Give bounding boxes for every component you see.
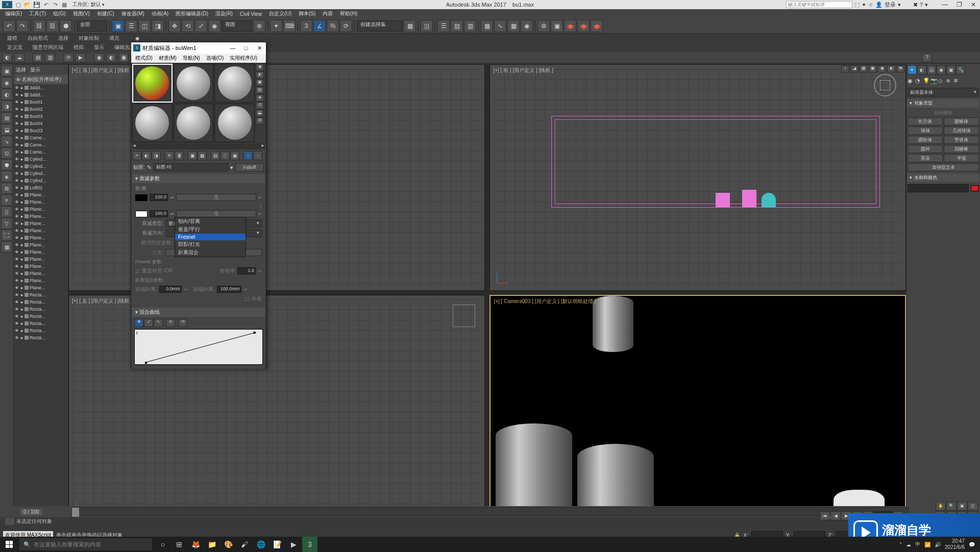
- help-chevron-icon[interactable]: ▾: [925, 2, 928, 8]
- se-icon-6[interactable]: ⬓: [1, 124, 12, 135]
- tree-item[interactable]: 👁▸Recta...: [14, 313, 68, 320]
- tree-item[interactable]: 👁▸Came...: [14, 148, 68, 156]
- falloff-color2-swatch[interactable]: [135, 211, 148, 217]
- mirror-button[interactable]: ▯|: [421, 20, 433, 32]
- modify-tab-icon[interactable]: ◐: [917, 65, 926, 74]
- spacewarps-icon[interactable]: ≋: [946, 78, 953, 85]
- window-close-button[interactable]: ✕: [969, 1, 978, 8]
- snap-button[interactable]: 3: [300, 20, 312, 32]
- ribbon-icon-9[interactable]: ▣: [118, 53, 129, 62]
- time-slider[interactable]: [72, 508, 79, 517]
- tree-item[interactable]: 👁▸Came...: [14, 141, 68, 148]
- se-icon-2[interactable]: ◉: [1, 77, 12, 88]
- taskbar-search[interactable]: 🔍 在这里输入你要搜索的内容: [19, 538, 152, 550]
- subtab-3[interactable]: 显示: [89, 43, 109, 52]
- select-object-button[interactable]: ▣: [112, 20, 124, 32]
- tree-item[interactable]: 👁▸Recta...: [14, 306, 68, 313]
- tree-item[interactable]: 👁▸Recta...: [14, 320, 68, 327]
- menu-help[interactable]: 帮助(H): [337, 9, 360, 18]
- mat-menu-options[interactable]: 选项(O): [204, 55, 226, 62]
- ribbon-icon-2[interactable]: ☁: [14, 53, 24, 62]
- subtab-1[interactable]: 随意空间区域: [28, 43, 68, 52]
- titlebar-icon-2[interactable]: ✦: [862, 2, 866, 8]
- tree-item[interactable]: 👁▸Plane...: [14, 191, 68, 198]
- tree-item[interactable]: 👁▸Plane...: [14, 284, 68, 291]
- tree-item[interactable]: 👁▸Cylind...: [14, 156, 68, 163]
- create-tab-icon[interactable]: ✦: [908, 65, 917, 74]
- se-icon-8[interactable]: ⊡: [1, 147, 12, 159]
- tree-item[interactable]: 👁▸Loft02: [14, 184, 68, 191]
- qat-redo-icon[interactable]: ↷: [51, 1, 59, 8]
- toggle-ribbon-button[interactable]: ▦: [481, 20, 493, 32]
- mat-tb-goto-parent[interactable]: ↑: [243, 151, 253, 160]
- name-color-header[interactable]: ▾名称和颜色: [908, 173, 979, 182]
- tree-item[interactable]: 👁▸Plane...: [14, 241, 68, 248]
- material-editor-button[interactable]: ◉: [521, 20, 533, 32]
- taskbar-clock[interactable]: 20:47 2021/6/6: [945, 538, 965, 550]
- tree-item[interactable]: 👁▸Box03: [14, 113, 68, 120]
- mat-tb-5[interactable]: 🗑: [175, 151, 184, 160]
- render-iter-button[interactable]: 🫖: [591, 20, 603, 32]
- geometry-icon[interactable]: ◉: [908, 78, 915, 85]
- window-maximize-button[interactable]: ❐: [954, 1, 964, 8]
- material-slot-4[interactable]: [132, 104, 173, 142]
- se-icon-1[interactable]: ▣: [1, 65, 12, 77]
- tree-item[interactable]: 👁▸Plane...: [14, 220, 68, 227]
- render-setup-button[interactable]: ⚙: [537, 20, 550, 32]
- menu-script[interactable]: 脚本(S): [296, 9, 318, 18]
- file-explorer-icon[interactable]: 📁: [204, 537, 219, 552]
- autogrid-checkbox[interactable]: 自动栅格: [908, 109, 979, 117]
- material-slot-scroll[interactable]: [132, 143, 265, 149]
- viewport-camera-label[interactable]: [+] [ Camera003 ] [用户定义 ] [默认明暗处理 ]: [494, 298, 596, 305]
- app-icon-2[interactable]: 🖌: [237, 537, 252, 552]
- ribbon-icon-4[interactable]: ▥: [45, 53, 55, 62]
- tab-rec-icon[interactable]: ⏺: [130, 35, 145, 42]
- ribbon-icon-1[interactable]: ◐: [2, 53, 12, 62]
- falloff-map1-check[interactable]: ✔: [258, 195, 262, 200]
- se-tab-display[interactable]: 显示: [30, 66, 40, 73]
- zoom-extents-icon[interactable]: ▣: [957, 501, 967, 511]
- ribbon-icon-7[interactable]: ◉: [94, 53, 104, 62]
- menu-rendering[interactable]: 渲染(R): [212, 9, 236, 18]
- subtab-2[interactable]: 模拟: [68, 43, 89, 52]
- menu-views[interactable]: 视图(V): [70, 9, 93, 18]
- menu-animation[interactable]: 动画(A): [149, 9, 172, 18]
- map-name-input[interactable]: 贴图 #2: [154, 163, 228, 171]
- se-icon-16[interactable]: ▦: [1, 241, 12, 253]
- tree-item[interactable]: 👁▸Box04: [14, 120, 68, 127]
- material-editor-titlebar[interactable]: 3 材质编辑器 - buWen1 — □ ✕: [131, 42, 266, 54]
- app-icon-3[interactable]: 📝: [270, 537, 285, 552]
- dd-item-shadow[interactable]: 阴影/灯光: [175, 240, 246, 248]
- geometry-category-dropdown[interactable]: 标准基本体: [908, 88, 979, 97]
- vp-nav-4[interactable]: ▣: [869, 65, 877, 72]
- move-button[interactable]: ✥: [168, 20, 181, 32]
- exchange-icon[interactable]: ✖: [913, 2, 918, 8]
- tree-item[interactable]: 👁▸Plane...: [14, 198, 68, 206]
- help-icon[interactable]: ?: [920, 2, 923, 8]
- tab-paint[interactable]: 对象绘制: [74, 34, 104, 43]
- material-slot-6[interactable]: [214, 104, 255, 142]
- tray-up-icon[interactable]: ˄: [899, 542, 902, 547]
- menu-edit[interactable]: 编辑(E): [2, 9, 25, 18]
- ribbon-help-icon[interactable]: ?: [922, 53, 932, 62]
- curve-reset-icon[interactable]: ⟲: [178, 319, 187, 327]
- se-icon-7[interactable]: ↘: [1, 136, 12, 147]
- notification-icon[interactable]: 💬: [969, 542, 975, 547]
- map-name-dd-icon[interactable]: ▾: [230, 164, 233, 171]
- mat-tb-4[interactable]: ✕: [165, 151, 174, 160]
- qat-save-icon[interactable]: 💾: [33, 1, 41, 8]
- tray-ime-icon[interactable]: 中: [915, 541, 920, 548]
- vp-nav-3[interactable]: ▦: [860, 65, 868, 72]
- material-slot-3[interactable]: [214, 64, 255, 103]
- select-region-button[interactable]: ◫: [138, 20, 151, 32]
- workspace-chevron-icon[interactable]: ▾: [102, 2, 105, 7]
- vp-nav-6[interactable]: ◐: [887, 65, 895, 72]
- cortana-icon[interactable]: ○: [155, 537, 170, 552]
- mat-side-2-icon[interactable]: ◐: [256, 71, 264, 79]
- material-slot-5[interactable]: [174, 104, 214, 142]
- viewport-layout-icon[interactable]: [5, 518, 14, 525]
- tree-item[interactable]: 👁▸Recta...: [14, 291, 68, 298]
- scale-button[interactable]: ⤢: [195, 20, 207, 32]
- named-sel-edit-button[interactable]: ▦: [404, 20, 416, 32]
- falloff-color1-swatch[interactable]: [135, 194, 148, 201]
